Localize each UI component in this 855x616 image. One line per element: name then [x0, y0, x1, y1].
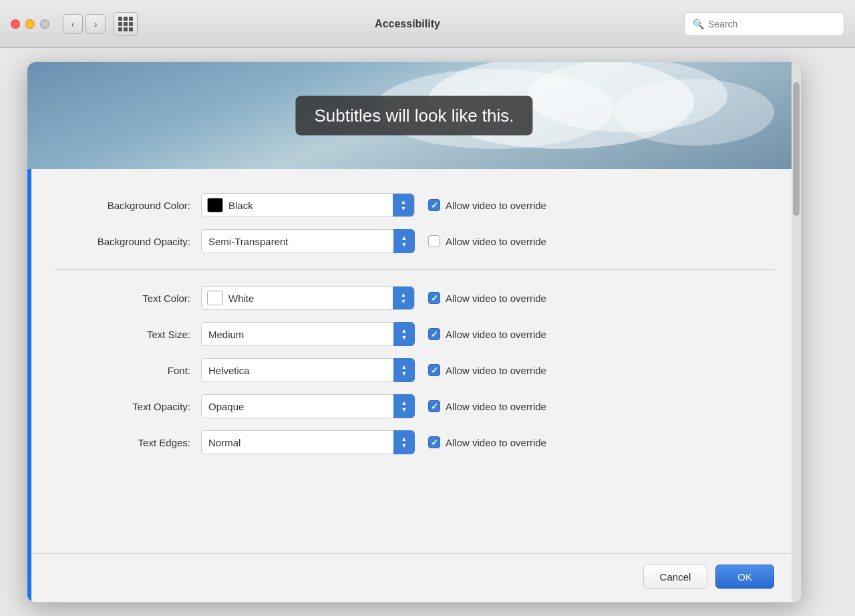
scrollbar-thumb[interactable]: [793, 82, 800, 216]
bg-color-select[interactable]: Black White Red: [223, 194, 414, 216]
text-color-swatch: [207, 291, 223, 305]
search-input[interactable]: [708, 19, 836, 29]
text-size-override-wrapper: Allow video to override: [428, 328, 546, 340]
text-section: Text Color: White Black Red ▲ ▼: [54, 269, 774, 462]
font-label: Font:: [54, 365, 201, 376]
subtitle-preview-text: Subtitles will look like this.: [314, 106, 514, 126]
bg-color-row: Background Color: Black White Red ▲ ▼: [54, 193, 774, 217]
text-edges-override-label: Allow video to override: [446, 437, 546, 448]
traffic-lights: [11, 19, 49, 29]
text-edges-label: Text Edges:: [54, 437, 201, 448]
text-opacity-override-wrapper: Allow video to override: [428, 400, 546, 412]
svg-point-3: [614, 79, 774, 146]
titlebar: ‹ › Accessibility 🔍: [0, 0, 855, 48]
bg-opacity-select-wrapper: Semi-Transparent Opaque Transparent ▲ ▼: [201, 229, 415, 253]
text-color-row: Text Color: White Black Red ▲ ▼: [54, 286, 774, 310]
font-row: Font: Helvetica Arial Times New Roman ▲ …: [54, 358, 774, 382]
text-color-select[interactable]: White Black Red: [223, 287, 414, 309]
dialog: Subtitles will look like this. Backgroun…: [27, 61, 802, 603]
minimize-button[interactable]: [25, 19, 35, 29]
cancel-button[interactable]: Cancel: [643, 565, 708, 589]
text-edges-select[interactable]: Normal Raised Depressed Uniform Drop Sha…: [201, 430, 415, 454]
text-size-select-wrapper: Medium Small Large ▲ ▼: [201, 322, 415, 346]
text-opacity-select[interactable]: Opaque Semi-Transparent Transparent: [201, 394, 415, 418]
font-override-label: Allow video to override: [446, 365, 546, 376]
preview-section: Subtitles will look like this.: [27, 62, 801, 169]
nav-buttons: ‹ ›: [63, 14, 106, 34]
back-icon: ‹: [71, 19, 75, 29]
text-color-label: Text Color:: [54, 293, 201, 304]
bg-opacity-label: Background Opacity:: [54, 236, 201, 247]
text-opacity-override-checkbox[interactable]: [428, 400, 440, 412]
grid-icon: [118, 17, 133, 31]
text-edges-override-wrapper: Allow video to override: [428, 436, 546, 448]
font-override-checkbox[interactable]: [428, 364, 440, 376]
text-edges-override-checkbox[interactable]: [428, 436, 440, 448]
bg-color-select-wrapper: Black White Red ▲ ▼: [201, 193, 415, 217]
font-select[interactable]: Helvetica Arial Times New Roman: [201, 358, 415, 382]
text-color-select-wrapper: White Black Red ▲ ▼: [201, 286, 415, 310]
back-button[interactable]: ‹: [63, 14, 83, 34]
text-opacity-override-label: Allow video to override: [446, 401, 546, 412]
forward-button[interactable]: ›: [86, 14, 106, 34]
bg-opacity-override-wrapper: Allow video to override: [428, 235, 546, 247]
bg-color-override-label: Allow video to override: [446, 200, 546, 211]
bg-color-swatch: [207, 198, 223, 212]
text-opacity-select-wrapper: Opaque Semi-Transparent Transparent ▲ ▼: [201, 394, 415, 418]
ok-button[interactable]: OK: [715, 565, 774, 589]
maximize-button[interactable]: [40, 19, 49, 29]
text-size-override-checkbox[interactable]: [428, 328, 440, 340]
text-size-label: Text Size:: [54, 329, 201, 340]
bg-color-label: Background Color:: [54, 200, 201, 211]
text-opacity-row: Text Opacity: Opaque Semi-Transparent Tr…: [54, 394, 774, 418]
text-opacity-label: Text Opacity:: [54, 401, 201, 412]
main-content: Subtitles will look like this. Backgroun…: [0, 48, 855, 616]
window-title: Accessibility: [146, 18, 669, 30]
font-override-wrapper: Allow video to override: [428, 364, 546, 376]
font-select-wrapper: Helvetica Arial Times New Roman ▲ ▼: [201, 358, 415, 382]
grid-button[interactable]: [114, 12, 138, 36]
preview-background: Subtitles will look like this.: [27, 62, 801, 169]
button-row: Cancel OK: [27, 553, 801, 602]
text-size-row: Text Size: Medium Small Large ▲ ▼: [54, 322, 774, 346]
bg-opacity-select[interactable]: Semi-Transparent Opaque Transparent: [201, 229, 415, 253]
bg-opacity-override-checkbox[interactable]: [428, 235, 440, 247]
bg-opacity-override-label: Allow video to override: [446, 236, 546, 247]
forward-icon: ›: [94, 19, 98, 29]
bg-color-override-checkbox[interactable]: [428, 199, 440, 211]
search-bar[interactable]: 🔍: [684, 12, 844, 36]
text-edges-select-wrapper: Normal Raised Depressed Uniform Drop Sha…: [201, 430, 415, 454]
background-section: Background Color: Black White Red ▲ ▼: [54, 185, 774, 261]
scrollbar-track[interactable]: [792, 62, 801, 602]
text-edges-row: Text Edges: Normal Raised Depressed Unif…: [54, 430, 774, 454]
bg-color-override-wrapper: Allow video to override: [428, 199, 546, 211]
text-color-override-label: Allow video to override: [446, 293, 546, 304]
text-size-select[interactable]: Medium Small Large: [201, 322, 415, 346]
text-color-override-wrapper: Allow video to override: [428, 292, 546, 304]
text-size-override-label: Allow video to override: [446, 329, 546, 340]
close-button[interactable]: [11, 19, 20, 29]
subtitle-preview-box: Subtitles will look like this.: [295, 96, 532, 136]
settings-content: Background Color: Black White Red ▲ ▼: [27, 169, 801, 553]
search-icon: 🔍: [693, 19, 704, 29]
bg-opacity-row: Background Opacity: Semi-Transparent Opa…: [54, 229, 774, 253]
text-color-override-checkbox[interactable]: [428, 292, 440, 304]
